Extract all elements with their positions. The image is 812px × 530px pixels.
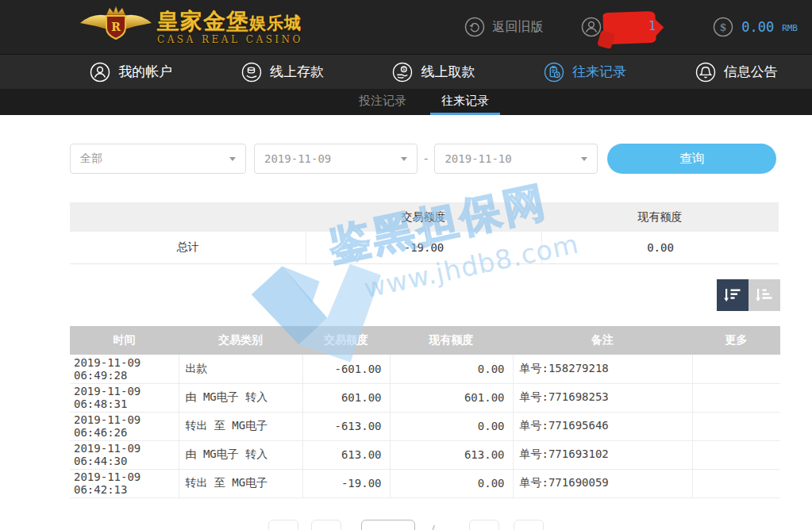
- user-icon: [581, 17, 602, 37]
- cell-note: 单号:158279218: [513, 355, 692, 383]
- header-right-group: 返回旧版 1 $ 0.00 RMB: [464, 8, 798, 46]
- brand-title-main: 皇家金堡: [157, 8, 249, 34]
- nav-label: 信息公告: [724, 63, 778, 81]
- table-row: 2019-11-09 06:48:31 由 MG电子 转入 601.00 601…: [70, 383, 780, 412]
- date-to-value: 2019-11-10: [444, 152, 511, 165]
- brand-logo[interactable]: R 皇家金堡娱乐城 CASA REAL CASINO: [79, 6, 303, 48]
- summary-header-balance: 现有额度: [541, 210, 779, 225]
- back-icon: [464, 17, 485, 37]
- account-info[interactable]: 1: [581, 8, 657, 46]
- nav-label: 线上取款: [421, 63, 475, 81]
- records-table: 时间 交易类别 交易额度 现有额度 备注 更多 2019-11-09 06:49…: [70, 326, 780, 498]
- brand-name: 皇家金堡娱乐城 CASA REAL CASINO: [157, 10, 303, 44]
- tab-betting-records[interactable]: 投注记录: [348, 89, 418, 115]
- summary-table: 交易额度 现有额度 总计 -19.00 0.00: [70, 202, 779, 264]
- cell-balance: 0.00: [390, 412, 513, 440]
- back-link-label: 返回旧版: [492, 19, 543, 36]
- date-range-separator: -: [424, 152, 428, 166]
- pagination: /: [0, 520, 812, 530]
- table-row: 2019-11-09 06:42:13 转出 至 MG电子 -19.00 0.0…: [70, 469, 780, 497]
- deposit-icon: [241, 62, 262, 83]
- type-select[interactable]: 全部: [70, 144, 246, 174]
- cell-amount: 601.00: [302, 383, 390, 412]
- cell-amount: -19.00: [302, 469, 390, 497]
- transaction-records-page: { "header": { "logo": { "title_main": "皇…: [0, 0, 812, 530]
- cell-time: 2019-11-09 06:48:31: [70, 383, 179, 412]
- cell-time: 2019-11-09 06:42:13: [70, 469, 179, 497]
- username-visible-char: 1: [648, 19, 656, 33]
- date-from-select[interactable]: 2019-11-09: [254, 144, 418, 174]
- nav-item-announcements[interactable]: 信息公告: [660, 62, 812, 83]
- cell-note: 单号:771695646: [513, 412, 692, 440]
- nav-item-transaction-records[interactable]: 往来记录: [510, 62, 661, 83]
- cell-balance: 0.00: [390, 469, 513, 497]
- nav-item-online-deposit[interactable]: 线上存款: [207, 62, 359, 83]
- cell-more: [692, 355, 780, 383]
- records-icon: [544, 62, 564, 83]
- last-page-button[interactable]: [514, 520, 544, 530]
- user-icon: [90, 62, 110, 83]
- search-button[interactable]: 查询: [607, 144, 776, 174]
- summary-total-row: 总计 -19.00 0.00: [70, 232, 779, 263]
- balance-display[interactable]: $ 0.00 RMB: [713, 17, 798, 37]
- tab-transaction-records[interactable]: 往来记录: [430, 89, 500, 115]
- cell-type: 转出 至 MG电子: [179, 412, 302, 440]
- page-count-separator: /: [431, 523, 434, 530]
- cell-balance: 613.00: [390, 440, 513, 469]
- cell-more: [692, 383, 780, 412]
- prev-page-button[interactable]: [311, 520, 341, 530]
- svg-text:$: $: [720, 21, 727, 33]
- sort-descending-icon: [724, 286, 741, 304]
- date-to-select[interactable]: 2019-11-10: [434, 144, 598, 174]
- cell-more: [692, 412, 780, 440]
- cell-type: 由 MG电子 转入: [179, 383, 302, 412]
- type-select-value: 全部: [80, 152, 102, 166]
- cell-time: 2019-11-09 06:44:30: [70, 440, 179, 469]
- sub-nav: 投注记录 往来记录: [0, 89, 812, 115]
- table-row: 2019-11-09 06:46:26 转出 至 MG电子 -613.00 0.…: [70, 412, 780, 440]
- table-row: 2019-11-09 06:44:30 由 MG电子 转入 613.00 613…: [70, 440, 780, 469]
- filter-row: 全部 2019-11-09 - 2019-11-10 查询: [70, 144, 812, 174]
- cell-more: [692, 469, 780, 497]
- chevron-down-icon: [229, 157, 236, 161]
- records-table-header: 时间 交易类别 交易额度 现有额度 备注 更多: [70, 326, 780, 355]
- withdraw-icon: $: [392, 62, 413, 83]
- brand-title-sub: 娱乐城: [249, 13, 302, 33]
- sort-descending-button[interactable]: [717, 279, 749, 311]
- cell-more: [692, 440, 780, 469]
- cell-time: 2019-11-09 06:49:28: [70, 355, 179, 383]
- svg-text:$: $: [403, 67, 406, 71]
- summary-transaction-total: -19.00: [306, 232, 541, 263]
- cell-note: 单号:771698253: [513, 383, 692, 412]
- next-page-button[interactable]: [469, 520, 499, 530]
- brand-emblem-icon: R: [79, 6, 152, 48]
- back-to-old-version-link[interactable]: 返回旧版: [464, 17, 543, 37]
- col-header-type: 交易类别: [179, 326, 302, 355]
- first-page-button[interactable]: [268, 520, 298, 530]
- main-nav: 我的帐户 线上存款 $ 线上取款 往来记录: [0, 54, 812, 89]
- col-header-amount: 交易额度: [302, 326, 390, 355]
- cell-amount: 613.00: [302, 440, 390, 469]
- col-header-more: 更多: [692, 326, 780, 355]
- nav-item-online-withdrawal[interactable]: $ 线上取款: [358, 62, 510, 83]
- cell-amount: -601.00: [302, 355, 390, 383]
- balance-amount: 0.00: [741, 19, 774, 35]
- summary-header-transaction: 交易额度: [306, 210, 541, 225]
- balance-currency: RMB: [782, 23, 798, 33]
- nav-item-my-account[interactable]: 我的帐户: [56, 62, 207, 83]
- svg-text:R: R: [111, 21, 121, 33]
- page-number-input[interactable]: [361, 520, 415, 530]
- summary-total-label: 总计: [70, 240, 306, 255]
- col-header-time: 时间: [70, 326, 179, 355]
- sort-ascending-button[interactable]: [749, 279, 780, 311]
- cell-note: 单号:771693102: [513, 440, 692, 469]
- cell-balance: 0.00: [390, 355, 513, 383]
- cell-type: 转出 至 MG电子: [179, 469, 302, 497]
- cell-type: 由 MG电子 转入: [179, 440, 302, 469]
- chevron-down-icon: [581, 157, 587, 161]
- brand-subtitle: CASA REAL CASINO: [157, 35, 303, 44]
- summary-balance-total: 0.00: [541, 232, 779, 263]
- cell-note: 单号:771690059: [513, 469, 692, 497]
- bell-icon: [695, 62, 716, 83]
- date-from-value: 2019-11-09: [264, 152, 331, 165]
